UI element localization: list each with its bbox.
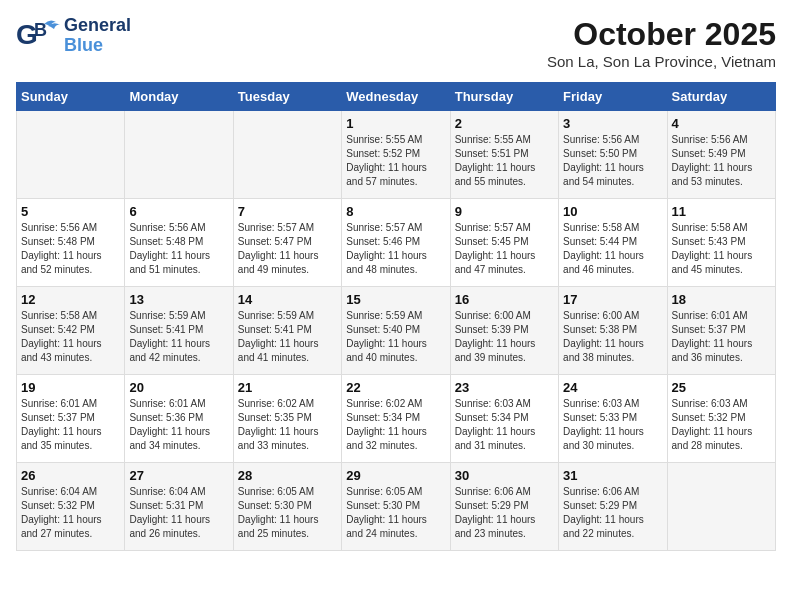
day-number: 21	[238, 380, 337, 395]
day-info: Sunrise: 6:05 AMSunset: 5:30 PMDaylight:…	[346, 485, 445, 541]
day-cell: 5Sunrise: 5:56 AMSunset: 5:48 PMDaylight…	[17, 199, 125, 287]
day-cell: 18Sunrise: 6:01 AMSunset: 5:37 PMDayligh…	[667, 287, 775, 375]
day-number: 25	[672, 380, 771, 395]
day-info: Sunrise: 5:55 AMSunset: 5:51 PMDaylight:…	[455, 133, 554, 189]
day-number: 8	[346, 204, 445, 219]
day-info: Sunrise: 5:59 AMSunset: 5:41 PMDaylight:…	[238, 309, 337, 365]
day-cell: 30Sunrise: 6:06 AMSunset: 5:29 PMDayligh…	[450, 463, 558, 551]
week-row-1: 1Sunrise: 5:55 AMSunset: 5:52 PMDaylight…	[17, 111, 776, 199]
day-cell: 4Sunrise: 5:56 AMSunset: 5:49 PMDaylight…	[667, 111, 775, 199]
day-info: Sunrise: 5:56 AMSunset: 5:48 PMDaylight:…	[129, 221, 228, 277]
day-cell: 13Sunrise: 5:59 AMSunset: 5:41 PMDayligh…	[125, 287, 233, 375]
col-header-friday: Friday	[559, 83, 667, 111]
day-cell: 16Sunrise: 6:00 AMSunset: 5:39 PMDayligh…	[450, 287, 558, 375]
day-number: 12	[21, 292, 120, 307]
month-title: October 2025	[547, 16, 776, 53]
day-number: 23	[455, 380, 554, 395]
day-cell: 26Sunrise: 6:04 AMSunset: 5:32 PMDayligh…	[17, 463, 125, 551]
day-cell: 29Sunrise: 6:05 AMSunset: 5:30 PMDayligh…	[342, 463, 450, 551]
day-info: Sunrise: 6:06 AMSunset: 5:29 PMDaylight:…	[455, 485, 554, 541]
day-info: Sunrise: 5:58 AMSunset: 5:43 PMDaylight:…	[672, 221, 771, 277]
logo: G B General Blue	[16, 16, 131, 56]
day-number: 2	[455, 116, 554, 131]
day-number: 14	[238, 292, 337, 307]
day-number: 28	[238, 468, 337, 483]
day-number: 18	[672, 292, 771, 307]
day-cell: 2Sunrise: 5:55 AMSunset: 5:51 PMDaylight…	[450, 111, 558, 199]
calendar-table: SundayMondayTuesdayWednesdayThursdayFrid…	[16, 82, 776, 551]
day-info: Sunrise: 6:01 AMSunset: 5:36 PMDaylight:…	[129, 397, 228, 453]
col-header-monday: Monday	[125, 83, 233, 111]
page-header: G B General Blue October 2025 Son La, So…	[16, 16, 776, 70]
day-info: Sunrise: 6:03 AMSunset: 5:34 PMDaylight:…	[455, 397, 554, 453]
day-number: 19	[21, 380, 120, 395]
day-cell: 17Sunrise: 6:00 AMSunset: 5:38 PMDayligh…	[559, 287, 667, 375]
day-cell: 11Sunrise: 5:58 AMSunset: 5:43 PMDayligh…	[667, 199, 775, 287]
day-number: 27	[129, 468, 228, 483]
day-info: Sunrise: 6:06 AMSunset: 5:29 PMDaylight:…	[563, 485, 662, 541]
day-number: 5	[21, 204, 120, 219]
day-cell: 10Sunrise: 5:58 AMSunset: 5:44 PMDayligh…	[559, 199, 667, 287]
col-header-wednesday: Wednesday	[342, 83, 450, 111]
day-number: 1	[346, 116, 445, 131]
day-info: Sunrise: 5:58 AMSunset: 5:44 PMDaylight:…	[563, 221, 662, 277]
day-info: Sunrise: 6:01 AMSunset: 5:37 PMDaylight:…	[672, 309, 771, 365]
day-info: Sunrise: 5:56 AMSunset: 5:49 PMDaylight:…	[672, 133, 771, 189]
day-info: Sunrise: 6:03 AMSunset: 5:32 PMDaylight:…	[672, 397, 771, 453]
day-cell: 8Sunrise: 5:57 AMSunset: 5:46 PMDaylight…	[342, 199, 450, 287]
logo-icon: G B	[16, 16, 60, 56]
day-cell: 31Sunrise: 6:06 AMSunset: 5:29 PMDayligh…	[559, 463, 667, 551]
day-cell: 19Sunrise: 6:01 AMSunset: 5:37 PMDayligh…	[17, 375, 125, 463]
day-number: 6	[129, 204, 228, 219]
day-cell: 14Sunrise: 5:59 AMSunset: 5:41 PMDayligh…	[233, 287, 341, 375]
day-info: Sunrise: 5:57 AMSunset: 5:46 PMDaylight:…	[346, 221, 445, 277]
day-cell: 1Sunrise: 5:55 AMSunset: 5:52 PMDaylight…	[342, 111, 450, 199]
day-number: 15	[346, 292, 445, 307]
day-number: 26	[21, 468, 120, 483]
day-info: Sunrise: 5:57 AMSunset: 5:47 PMDaylight:…	[238, 221, 337, 277]
day-cell: 3Sunrise: 5:56 AMSunset: 5:50 PMDaylight…	[559, 111, 667, 199]
day-info: Sunrise: 6:04 AMSunset: 5:32 PMDaylight:…	[21, 485, 120, 541]
day-info: Sunrise: 5:57 AMSunset: 5:45 PMDaylight:…	[455, 221, 554, 277]
day-number: 16	[455, 292, 554, 307]
day-number: 20	[129, 380, 228, 395]
day-number: 30	[455, 468, 554, 483]
day-number: 29	[346, 468, 445, 483]
day-cell	[233, 111, 341, 199]
day-cell: 21Sunrise: 6:02 AMSunset: 5:35 PMDayligh…	[233, 375, 341, 463]
day-number: 4	[672, 116, 771, 131]
col-header-sunday: Sunday	[17, 83, 125, 111]
day-number: 9	[455, 204, 554, 219]
week-row-4: 19Sunrise: 6:01 AMSunset: 5:37 PMDayligh…	[17, 375, 776, 463]
day-info: Sunrise: 6:02 AMSunset: 5:34 PMDaylight:…	[346, 397, 445, 453]
day-cell: 9Sunrise: 5:57 AMSunset: 5:45 PMDaylight…	[450, 199, 558, 287]
day-cell: 22Sunrise: 6:02 AMSunset: 5:34 PMDayligh…	[342, 375, 450, 463]
day-info: Sunrise: 5:55 AMSunset: 5:52 PMDaylight:…	[346, 133, 445, 189]
day-cell: 28Sunrise: 6:05 AMSunset: 5:30 PMDayligh…	[233, 463, 341, 551]
day-info: Sunrise: 6:05 AMSunset: 5:30 PMDaylight:…	[238, 485, 337, 541]
day-info: Sunrise: 6:02 AMSunset: 5:35 PMDaylight:…	[238, 397, 337, 453]
day-info: Sunrise: 6:00 AMSunset: 5:39 PMDaylight:…	[455, 309, 554, 365]
day-cell: 23Sunrise: 6:03 AMSunset: 5:34 PMDayligh…	[450, 375, 558, 463]
day-info: Sunrise: 6:03 AMSunset: 5:33 PMDaylight:…	[563, 397, 662, 453]
day-info: Sunrise: 5:56 AMSunset: 5:50 PMDaylight:…	[563, 133, 662, 189]
day-number: 17	[563, 292, 662, 307]
day-cell	[667, 463, 775, 551]
day-number: 3	[563, 116, 662, 131]
col-header-saturday: Saturday	[667, 83, 775, 111]
day-number: 7	[238, 204, 337, 219]
day-cell: 6Sunrise: 5:56 AMSunset: 5:48 PMDaylight…	[125, 199, 233, 287]
week-row-2: 5Sunrise: 5:56 AMSunset: 5:48 PMDaylight…	[17, 199, 776, 287]
location-subtitle: Son La, Son La Province, Vietnam	[547, 53, 776, 70]
week-row-3: 12Sunrise: 5:58 AMSunset: 5:42 PMDayligh…	[17, 287, 776, 375]
day-cell: 20Sunrise: 6:01 AMSunset: 5:36 PMDayligh…	[125, 375, 233, 463]
day-cell: 12Sunrise: 5:58 AMSunset: 5:42 PMDayligh…	[17, 287, 125, 375]
day-cell	[125, 111, 233, 199]
day-cell: 15Sunrise: 5:59 AMSunset: 5:40 PMDayligh…	[342, 287, 450, 375]
day-number: 22	[346, 380, 445, 395]
svg-text:B: B	[34, 20, 47, 40]
day-info: Sunrise: 6:00 AMSunset: 5:38 PMDaylight:…	[563, 309, 662, 365]
day-cell: 24Sunrise: 6:03 AMSunset: 5:33 PMDayligh…	[559, 375, 667, 463]
day-info: Sunrise: 5:58 AMSunset: 5:42 PMDaylight:…	[21, 309, 120, 365]
header-row: SundayMondayTuesdayWednesdayThursdayFrid…	[17, 83, 776, 111]
